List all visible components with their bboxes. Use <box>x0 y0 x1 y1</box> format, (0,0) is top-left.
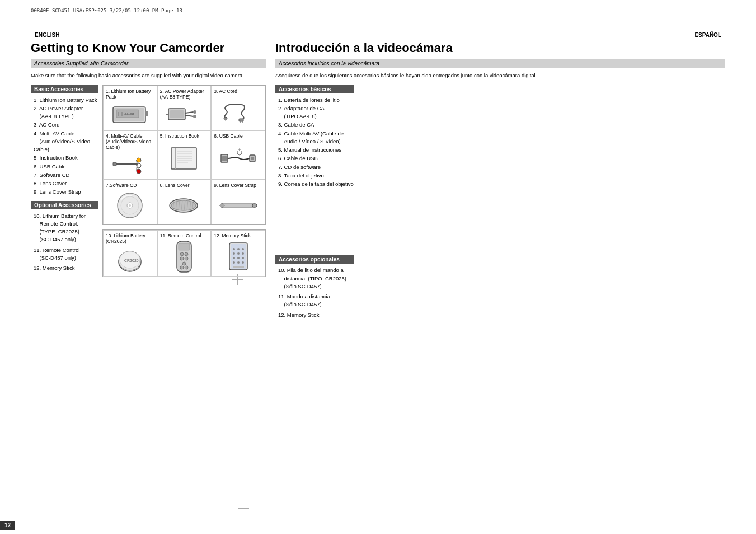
accessory-label-2: 2. AC Power Adapter (AA-E8 TYPE) <box>160 88 209 100</box>
crosshair-bottom <box>238 503 249 514</box>
svg-point-11 <box>193 110 196 114</box>
accessory-cell-11: 11. Remote Control <box>157 230 212 277</box>
accessory-label-8: 8. Lens Cover <box>160 182 190 188</box>
svg-line-24 <box>137 164 137 171</box>
svg-rect-3 <box>145 111 148 116</box>
svg-point-19 <box>137 158 141 162</box>
accessory-label-11: 11. Remote Control <box>160 233 201 238</box>
list-item-es: 10. Pila de litio del mando a distancia.… <box>278 266 354 291</box>
svg-point-12 <box>193 115 196 118</box>
svg-point-74 <box>237 248 240 250</box>
remote-icon <box>172 240 196 274</box>
svg-rect-55 <box>220 204 257 207</box>
svg-rect-57 <box>252 204 257 207</box>
list-item-es: 11. Mando a distancia (Sólo SC-D457) <box>278 293 354 309</box>
accessory-cell-2: 2. AC Power Adapter (AA-E8 TYPE) <box>157 86 212 130</box>
svg-point-84 <box>242 261 244 264</box>
spanish-badge-container: ESPAÑOL <box>275 31 725 41</box>
accessory-label-9: 9. Lens Cover Strap <box>214 182 256 188</box>
spanish-basic-list-container: Accesorios básicos 1. Batería de iones d… <box>275 85 354 320</box>
list-item-es: 2. Adaptador de CA (TIPO AA-E8) <box>278 105 354 121</box>
strap-icon <box>219 200 258 210</box>
svg-point-14 <box>224 117 227 120</box>
main-content: ENGLISH Getting to Know Your Camcorder A… <box>31 31 725 503</box>
basic-header-es: Accesorios básicos <box>275 85 354 93</box>
accessory-cell-6: 6. USB Cable <box>211 130 265 180</box>
book-icon <box>168 146 199 171</box>
accessory-label-7: 7.Software CD <box>106 182 137 188</box>
memory-stick-icon <box>225 241 252 272</box>
basic-list-en: 1. Lithium Ion Battery Pack 2. AC Power … <box>31 96 98 196</box>
svg-rect-25 <box>113 162 116 166</box>
svg-rect-15 <box>239 119 243 121</box>
accessory-label-3: 3. AC Cord <box>214 88 237 94</box>
svg-point-38 <box>237 151 242 155</box>
optional-list-en: 10. Lithium Battery for Remote Control. … <box>31 212 98 273</box>
list-item: 11. Remote Control (SC-D457 only) <box>34 246 98 263</box>
usb-cable-icon <box>220 147 256 170</box>
svg-point-78 <box>242 252 244 255</box>
list-item-es: 6. Cable de USB <box>278 154 354 162</box>
svg-point-83 <box>237 261 240 264</box>
svg-rect-56 <box>220 204 224 207</box>
list-item: 8. Lens Cover <box>34 180 98 188</box>
svg-point-67 <box>185 257 188 260</box>
svg-rect-35 <box>222 156 227 161</box>
svg-point-69 <box>180 266 184 269</box>
svg-point-65 <box>185 252 188 256</box>
spanish-lists-layout: Accesorios básicos 1. Batería de iones d… <box>275 85 725 320</box>
accessory-image-11 <box>160 240 209 274</box>
svg-rect-8 <box>170 110 184 118</box>
english-lang-badge: ENGLISH <box>31 31 266 41</box>
list-item: 7. Software CD <box>34 171 98 179</box>
column-divider <box>267 31 267 503</box>
battery-icon: AA-E8 <box>112 104 148 125</box>
list-item: 6. USB Cable <box>34 163 98 171</box>
english-badge: ENGLISH <box>31 31 63 39</box>
ac-cord-icon <box>220 99 256 124</box>
accessory-image-10: CR2025 <box>106 246 154 274</box>
list-item-es: 5. Manual de instrucciones <box>278 146 354 154</box>
accessory-image-9 <box>214 190 262 222</box>
optional-list-es: 10. Pila de litio del mando a distancia.… <box>275 266 354 319</box>
basic-accessories-list-container: Basic Accessories 1. Lithium Ion Battery… <box>31 85 98 282</box>
english-subtitle: Accessories Supplied with Camcorder <box>31 59 266 68</box>
list-item: 2. AC Power Adapter (AA-E8 TYPE) <box>34 105 98 121</box>
basic-list-es: 1. Batería de iones de litio 2. Adaptado… <box>275 96 354 189</box>
spanish-subtitle: Accesorios incluidos con la videocámara <box>275 59 725 68</box>
accessory-image-8 <box>160 190 209 222</box>
accessory-image-3 <box>214 96 262 128</box>
spanish-intro: Asegúrese de que los siguientes accesori… <box>275 72 725 79</box>
list-item-es: 8. Tapa del objetivo <box>278 172 354 180</box>
accessory-image-4 <box>106 152 154 177</box>
svg-point-81 <box>242 257 244 259</box>
svg-rect-72 <box>231 244 246 269</box>
lens-cover-icon <box>168 198 199 213</box>
accessory-cell-12: 12. Memory Stick <box>211 230 265 277</box>
svg-point-77 <box>237 252 240 255</box>
basic-accessories-layout: Basic Accessories 1. Lithium Ion Battery… <box>31 85 266 282</box>
accessory-cell-1: 1. Lithium Ion Battery Pack <box>103 86 157 130</box>
list-item: 10. Lithium Battery for Remote Control. … <box>34 212 98 244</box>
page: 00840E SCD451 USA+ESP~025 3/22/05 12:00 … <box>0 0 756 534</box>
list-item-es: 1. Batería de iones de litio <box>278 96 354 104</box>
list-item: 5. Instruction Book <box>34 154 98 162</box>
accessory-label-12: 12. Memory Stick <box>214 233 251 238</box>
svg-point-68 <box>182 262 186 265</box>
accessory-label-6: 6. USB Cable <box>214 133 243 139</box>
svg-text:AA-E8: AA-E8 <box>124 113 134 116</box>
svg-point-82 <box>233 261 235 264</box>
optional-accessories-grid: 10. Lithium Battery (CR2025) CR2025 <box>102 229 266 277</box>
svg-point-64 <box>180 252 184 256</box>
lithium-battery-icon: CR2025 <box>116 246 143 273</box>
accessory-cell-9: 9. Lens Cover Strap <box>211 180 265 224</box>
svg-point-44 <box>129 204 131 207</box>
accessory-image-7 <box>106 190 154 222</box>
english-column: ENGLISH Getting to Know Your Camcorder A… <box>31 31 266 503</box>
english-title: Getting to Know Your Camcorder <box>31 41 266 55</box>
accessory-image-2 <box>160 101 209 128</box>
basic-header-en: Basic Accessories <box>31 85 98 93</box>
svg-line-22 <box>137 160 137 164</box>
list-item: 4. Multi-AV Cable (Audio/Video/S-Video C… <box>34 130 98 154</box>
accessory-label-5: 5. Instruction Book <box>160 133 199 139</box>
